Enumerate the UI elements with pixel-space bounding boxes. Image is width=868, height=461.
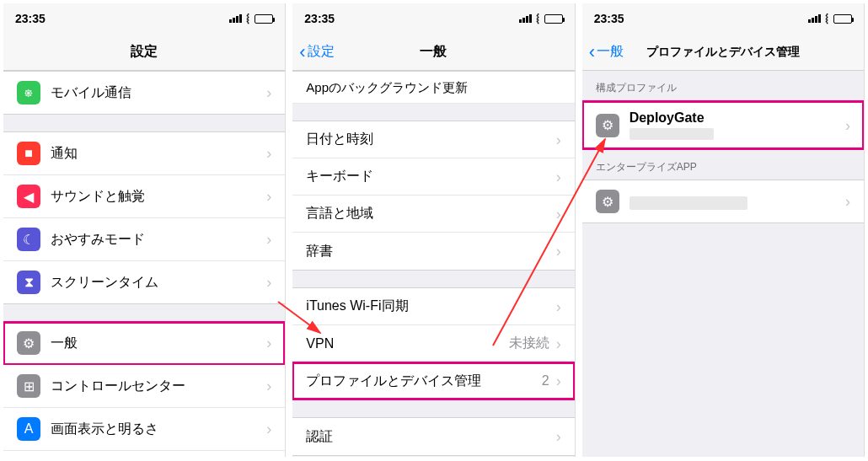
statusbar: 23:35 ⧙ xyxy=(292,3,574,34)
chevron-left-icon: ‹ xyxy=(299,43,305,62)
bell-icon: ■ xyxy=(17,142,40,165)
section-header-enterprise-app: エンタープライズAPP xyxy=(582,150,864,180)
phone-general: 23:35 ⧙ ‹ 設定 一般 Appのバックグラウンド更新 日付と時刻 › キ… xyxy=(292,3,575,457)
status-time: 23:35 xyxy=(304,12,335,25)
chevron-right-icon: › xyxy=(556,169,561,185)
row-display[interactable]: A 画面表示と明るさ › xyxy=(3,408,285,451)
gear-icon: ⚙ xyxy=(17,331,40,355)
chevron-right-icon: › xyxy=(266,189,271,204)
status-indicators: ⧙ xyxy=(229,12,273,25)
row-dictionary[interactable]: 辞書 › xyxy=(292,233,574,270)
row-profiles-device-mgmt[interactable]: プロファイルとデバイス管理 2 › xyxy=(292,362,574,399)
chevron-right-icon: › xyxy=(556,244,561,259)
row-dnd[interactable]: ☾ おやすみモード › xyxy=(3,218,285,261)
chevron-right-icon: › xyxy=(556,429,561,444)
chevron-right-icon: › xyxy=(845,118,850,133)
row-label: スクリーンタイム xyxy=(51,274,266,292)
group-config-profiles: ⚙ DeployGate › xyxy=(582,100,864,150)
row-language-region[interactable]: 言語と地域 › xyxy=(292,196,574,233)
row-mobile-data[interactable]: ⎈ モバイル通信 › xyxy=(3,72,285,114)
chevron-right-icon: › xyxy=(556,206,561,222)
row-label: サウンドと触覚 xyxy=(51,188,266,206)
row-keyboard[interactable]: キーボード › xyxy=(292,158,574,196)
row-label: DeployGate xyxy=(630,110,845,126)
moon-icon: ☾ xyxy=(17,228,40,251)
row-general[interactable]: ⚙ 一般 › xyxy=(3,322,285,365)
group-locale: 日付と時刻 › キーボード › 言語と地域 › 辞書 › xyxy=(292,121,574,271)
navbar: 設定 xyxy=(3,34,285,71)
battery-icon xyxy=(255,14,273,24)
row-label: コントロールセンター xyxy=(51,378,266,395)
row-date-time[interactable]: 日付と時刻 › xyxy=(292,121,574,158)
chevron-right-icon: › xyxy=(266,421,271,437)
chevron-right-icon: › xyxy=(556,299,561,314)
row-detail: 未接続 xyxy=(509,335,549,352)
chevron-right-icon: › xyxy=(266,275,271,290)
signal-icon xyxy=(808,14,821,23)
statusbar: 23:35 ⧙ xyxy=(3,3,285,34)
profile-icon: ⚙ xyxy=(596,190,619,213)
wifi-icon: ⧙ xyxy=(824,12,830,25)
text-size-icon: A xyxy=(17,417,40,441)
status-indicators: ⧙ xyxy=(519,12,563,25)
group-network: iTunes Wi-Fi同期 › VPN 未接続 › プロファイルとデバイス管理… xyxy=(292,287,574,400)
chevron-right-icon: › xyxy=(845,194,850,209)
back-button[interactable]: ‹ 設定 xyxy=(299,43,334,62)
section-header-config-profile: 構成プロファイル xyxy=(582,71,864,100)
phone-settings: 23:35 ⧙ 設定 ⎈ モバイル通信 › ■ 通知 › ◀ サウンドと触覚 xyxy=(3,3,286,457)
row-auth[interactable]: 認証 › xyxy=(292,418,574,455)
row-label: VPN xyxy=(306,336,508,351)
row-background-app-refresh-cut[interactable]: Appのバックグラウンド更新 xyxy=(292,71,574,104)
content: Appのバックグラウンド更新 日付と時刻 › キーボード › 言語と地域 › 辞… xyxy=(292,71,574,457)
row-detail: 2 xyxy=(542,373,549,389)
row-itunes-wifi-sync[interactable]: iTunes Wi-Fi同期 › xyxy=(292,288,574,325)
group-enterprise-apps: ⚙ › xyxy=(582,180,864,223)
content: 構成プロファイル ⚙ DeployGate › エンタープライズAPP ⚙ › xyxy=(582,71,864,457)
battery-icon xyxy=(544,14,563,24)
row-label: iTunes Wi-Fi同期 xyxy=(306,298,555,315)
wifi-icon: ⧙ xyxy=(245,12,251,25)
settings-group-partial: ⎈ モバイル通信 › xyxy=(3,71,285,115)
chevron-left-icon: ‹ xyxy=(589,43,595,62)
signal-icon xyxy=(229,14,242,23)
wifi-icon: ⧙ xyxy=(535,12,541,25)
back-label: 設定 xyxy=(308,43,335,61)
back-label: 一般 xyxy=(597,43,624,61)
back-button[interactable]: ‹ 一般 xyxy=(589,43,624,62)
statusbar: 23:35 ⧙ xyxy=(582,3,864,34)
row-enterprise-app[interactable]: ⚙ › xyxy=(582,180,864,222)
navbar: ‹ 一般 プロファイルとデバイス管理 xyxy=(582,34,864,71)
row-label: 認証 xyxy=(306,428,555,446)
redacted-label xyxy=(630,196,747,210)
phone-profiles: 23:35 ⧙ ‹ 一般 プロファイルとデバイス管理 構成プロファイル ⚙ De… xyxy=(582,3,865,457)
row-vpn[interactable]: VPN 未接続 › xyxy=(292,325,574,362)
row-label: 言語と地域 xyxy=(306,205,555,222)
row-notifications[interactable]: ■ 通知 › xyxy=(3,132,285,175)
row-wallpaper[interactable]: ❀ 壁紙 › xyxy=(3,451,285,457)
settings-group-general: ⚙ 一般 › ⊞ コントロールセンター › A 画面表示と明るさ › ❀ 壁紙 … xyxy=(3,321,285,457)
row-label: 辞書 xyxy=(306,243,555,260)
profile-icon: ⚙ xyxy=(596,114,619,137)
redacted-subtitle xyxy=(630,128,714,140)
row-label: 日付と時刻 xyxy=(306,131,555,148)
row-label: 画面表示と明るさ xyxy=(51,421,266,438)
speaker-icon: ◀ xyxy=(17,185,40,208)
content: ⎈ モバイル通信 › ■ 通知 › ◀ サウンドと触覚 › ☾ おやすみモード … xyxy=(3,71,285,457)
row-label: おやすみモード xyxy=(51,231,266,249)
chevron-right-icon: › xyxy=(266,146,271,161)
group-auth: 認証 › xyxy=(292,417,574,456)
row-screentime[interactable]: ⧗ スクリーンタイム › xyxy=(3,261,285,303)
row-control-center[interactable]: ⊞ コントロールセンター › xyxy=(3,365,285,408)
row-label: 一般 xyxy=(51,335,266,352)
chevron-right-icon: › xyxy=(556,132,561,147)
settings-group-notifications: ■ 通知 › ◀ サウンドと触覚 › ☾ おやすみモード › ⧗ スクリーンタイ… xyxy=(3,131,285,304)
row-deploygate-profile[interactable]: ⚙ DeployGate › xyxy=(582,101,864,149)
row-label: キーボード xyxy=(306,168,555,185)
switches-icon: ⊞ xyxy=(17,374,40,398)
chevron-right-icon: › xyxy=(266,232,271,247)
row-label: 通知 xyxy=(51,145,266,163)
chevron-right-icon: › xyxy=(266,85,271,100)
chevron-right-icon: › xyxy=(266,335,271,351)
row-label: プロファイルとデバイス管理 xyxy=(306,373,541,390)
row-sounds[interactable]: ◀ サウンドと触覚 › xyxy=(3,175,285,218)
